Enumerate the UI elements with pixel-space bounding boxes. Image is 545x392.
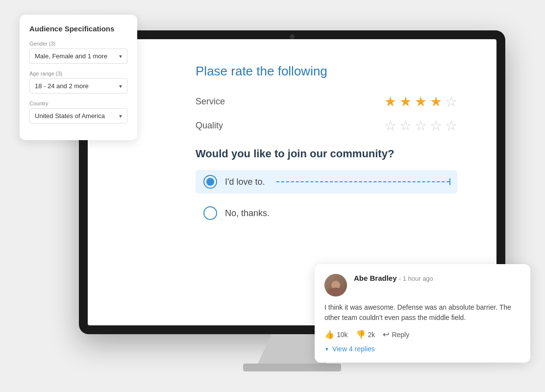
service-star-4[interactable]: ★: [430, 94, 442, 110]
avatar-image: [324, 274, 347, 296]
option-love-to[interactable]: I'd love to.: [196, 170, 457, 194]
gender-value: Male, Female and 1 more: [35, 52, 107, 60]
reply-label: Reply: [392, 331, 409, 339]
gender-label: Gender (3): [29, 41, 127, 47]
thumbs-up-icon: 👍: [324, 330, 334, 339]
gender-field-group: Gender (3) Male, Female and 1 more ▾: [29, 41, 127, 64]
dashed-line-decoration: [276, 181, 449, 182]
quality-rating-row: Quality ☆ ☆ ☆ ☆ ☆: [196, 118, 457, 134]
triangle-down-icon: ▼: [324, 346, 329, 352]
rate-heading-text-2: ase rate the following: [207, 64, 327, 78]
audience-panel: Audience Specifications Gender (3) Male,…: [20, 15, 137, 140]
gender-chevron-icon: ▾: [119, 53, 122, 60]
quality-star-3[interactable]: ☆: [415, 118, 427, 134]
quality-label: Quality: [196, 121, 223, 131]
country-label: Country: [29, 100, 127, 106]
service-star-2[interactable]: ★: [399, 94, 412, 110]
country-value: United States of America: [35, 112, 105, 120]
quality-star-5[interactable]: ☆: [445, 118, 457, 134]
monitor-camera: [290, 34, 295, 39]
like-count: 10k: [337, 331, 348, 339]
age-dropdown[interactable]: 18 - 24 and 2 more ▾: [29, 78, 127, 94]
country-dropdown[interactable]: United States of America ▾: [29, 108, 127, 123]
age-value: 18 - 24 and 2 more: [35, 82, 89, 90]
thumbs-down-icon: 👎: [356, 330, 366, 339]
service-star-3[interactable]: ★: [415, 94, 427, 110]
gender-dropdown[interactable]: Male, Female and 1 more ▾: [29, 49, 127, 64]
comment-actions: 👍 10k 👎 2k ↩ Reply: [324, 330, 520, 339]
comment-meta: Abe Bradley - 1 hour ago: [354, 274, 520, 283]
monitor-base: [243, 364, 341, 371]
audience-panel-title: Audience Specifications: [29, 24, 127, 33]
screen-content: Plase rate the following Service ★ ★ ★ ★…: [88, 39, 496, 247]
option-love-to-label: I'd love to.: [225, 177, 265, 187]
avatar: [324, 274, 347, 296]
view-replies-text: View 4 replies: [332, 345, 375, 353]
community-question: Would you like to join our community?: [196, 147, 457, 160]
dislike-count: 2k: [368, 331, 375, 339]
radio-love-to-circle[interactable]: [203, 175, 217, 189]
option-no-thanks[interactable]: No, thanks.: [196, 201, 457, 225]
age-chevron-icon: ▾: [119, 83, 122, 90]
dislike-button[interactable]: 👎 2k: [356, 330, 375, 339]
quality-stars[interactable]: ☆ ☆ ☆ ☆ ☆: [384, 118, 457, 134]
service-rating-row: Service ★ ★ ★ ★ ☆: [196, 94, 457, 110]
reply-button[interactable]: ↩ Reply: [383, 330, 409, 339]
like-button[interactable]: 👍 10k: [324, 330, 348, 339]
quality-star-2[interactable]: ☆: [399, 118, 412, 134]
comment-time: - 1 hour ago: [399, 275, 433, 282]
country-field-group: Country United States of America ▾: [29, 100, 127, 123]
comment-text: I think it was awesome. Defense was an a…: [324, 302, 520, 323]
comment-card: Abe Bradley - 1 hour ago I think it was …: [315, 264, 530, 363]
comment-author: Abe Bradley - 1 hour ago: [354, 274, 433, 282]
country-chevron-icon: ▾: [119, 113, 122, 120]
view-replies-button[interactable]: ▼ View 4 replies: [324, 345, 520, 353]
age-field-group: Age range (3) 18 - 24 and 2 more ▾: [29, 71, 127, 94]
service-stars[interactable]: ★ ★ ★ ★ ☆: [384, 94, 457, 110]
quality-star-1[interactable]: ☆: [384, 118, 396, 134]
rate-heading-text: Pl: [196, 64, 207, 78]
quality-star-4[interactable]: ☆: [430, 118, 442, 134]
service-star-5[interactable]: ☆: [445, 94, 457, 110]
service-label: Service: [196, 97, 225, 107]
reply-icon: ↩: [383, 330, 389, 339]
rate-heading: Plase rate the following: [196, 64, 457, 79]
comment-header: Abe Bradley - 1 hour ago: [324, 274, 520, 296]
radio-no-thanks-circle[interactable]: [203, 206, 217, 220]
option-no-thanks-label: No, thanks.: [225, 208, 270, 219]
service-star-1[interactable]: ★: [384, 94, 396, 110]
age-label: Age range (3): [29, 71, 127, 76]
